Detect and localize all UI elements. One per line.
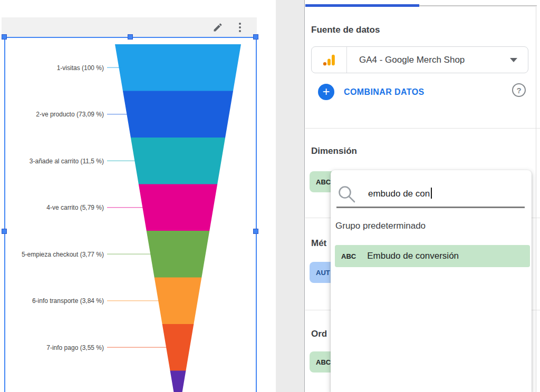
- field-group-header: Grupo predeterminado: [335, 221, 426, 231]
- selected-data-source-name: GA4 - Google Merch Shop: [347, 55, 510, 65]
- canvas-gutter: [276, 0, 305, 392]
- combine-data-button[interactable]: + COMBINAR DATOS: [318, 84, 425, 100]
- chevron-down-icon: [510, 58, 517, 62]
- search-input-underline: [336, 207, 525, 208]
- pencil-icon: [213, 22, 223, 33]
- funnel-stage-label: 2-ve producto (73,09 %): [36, 111, 104, 118]
- sort-section-title: Ord: [311, 329, 327, 339]
- active-tab-indicator: [305, 4, 419, 7]
- data-source-section-title: Fuente de datos: [311, 25, 380, 35]
- selection-border-right: [256, 37, 257, 392]
- search-result-label: Embudo de conversión: [367, 251, 459, 261]
- chart-more-options-button[interactable]: [233, 20, 247, 35]
- panel-scrollbar-track[interactable]: [536, 7, 536, 392]
- funnel-chart[interactable]: 1-visitas (100 %)2-ve producto (73,09 %)…: [0, 0, 276, 392]
- search-result-item[interactable]: ABC Embudo de conversión: [335, 245, 530, 267]
- tab-bar-underline: [419, 5, 537, 6]
- report-canvas: 1-visitas (100 %)2-ve producto (73,09 %)…: [0, 0, 276, 392]
- funnel-segment-1[interactable]: [105, 44, 248, 91]
- looker-studio-editor: 1-visitas (100 %)2-ve producto (73,09 %)…: [0, 0, 540, 392]
- combine-data-label: COMBINAR DATOS: [344, 87, 425, 97]
- metric-section-title: Mét: [311, 238, 326, 249]
- field-type-badge-abc: ABC: [341, 252, 356, 260]
- field-type-badge-abc: ABC: [316, 358, 331, 366]
- google-analytics-icon: [322, 53, 336, 67]
- selection-handle-mid-right[interactable]: [253, 229, 258, 234]
- funnel-stage-label: 3-añade al carrito (11,5 %): [30, 158, 104, 165]
- funnel-segment-8[interactable]: [105, 371, 248, 392]
- selection-handle-top-right[interactable]: [253, 34, 258, 40]
- dimension-section-title: Dimensión: [311, 146, 357, 156]
- selection-handle-mid-left[interactable]: [2, 229, 7, 234]
- selection-handle-top-left[interactable]: [2, 34, 7, 40]
- selection-border-left: [4, 37, 5, 392]
- dimension-search-dropdown: embudo de con Grupo predeterminado ABC E…: [331, 170, 532, 392]
- section-divider: [305, 128, 540, 129]
- data-source-selector[interactable]: GA4 - Google Merch Shop: [311, 46, 528, 73]
- funnel-stage-label: 7-info pago (3,55 %): [46, 344, 104, 351]
- funnel-stage-label: 5-empieza checkout (3,77 %): [22, 251, 104, 258]
- edit-chart-button[interactable]: [210, 20, 225, 35]
- field-type-badge-abc: ABC: [316, 178, 331, 186]
- more-vert-icon: [239, 23, 241, 32]
- field-aggregation-badge-aut: AUT: [316, 269, 330, 277]
- data-source-icon-cell: [312, 47, 347, 73]
- funnel-stage-label: 4-ve carrito (5,79 %): [46, 204, 104, 211]
- funnel-stage-label: 1-visitas (100 %): [57, 64, 104, 72]
- field-search-input[interactable]: embudo de con: [331, 184, 532, 206]
- text-cursor: [431, 188, 432, 199]
- plus-icon: +: [318, 84, 334, 100]
- help-icon[interactable]: ?: [512, 83, 526, 97]
- selection-handle-top-center[interactable]: [128, 34, 133, 40]
- search-icon: [338, 185, 356, 204]
- funnel-stage-label: 6-info transporte (3,84 %): [32, 297, 104, 305]
- search-query-text: embudo de con: [368, 189, 430, 199]
